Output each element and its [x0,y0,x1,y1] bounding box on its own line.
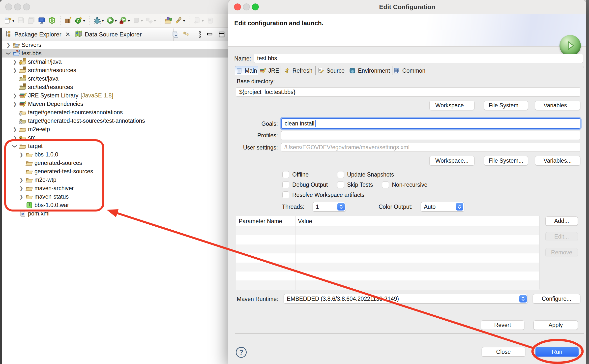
chevron-down-icon[interactable]: ❯ [12,143,18,149]
checkbox-offline[interactable]: Offline [282,171,309,178]
add-button[interactable]: Add... [545,216,578,226]
variables-button-1[interactable]: Variables... [535,101,580,110]
run-button[interactable]: ▾ [106,16,117,26]
configure-button[interactable]: Configure... [533,294,580,303]
chevron-right-icon[interactable]: ❯ [19,177,24,183]
tab-source[interactable]: Source [316,66,347,75]
tree-item-label: Servers [22,42,41,48]
chevron-right-icon[interactable]: ❯ [19,152,24,157]
maximize-view-icon[interactable] [217,30,226,39]
tab-main[interactable]: Main [235,66,258,75]
checkbox-box[interactable] [337,181,344,188]
table-row[interactable] [236,263,539,272]
dropdown-caret-icon[interactable]: ▾ [102,19,104,23]
minimize-view-icon[interactable] [205,30,214,39]
debug-button[interactable]: ▾ [93,16,104,26]
checkbox-label: Update Snapshots [347,171,394,178]
name-value: test.bbs [257,55,277,62]
checkbox-box[interactable] [282,171,289,178]
dialog-title: Edit Configuration [228,0,586,14]
checkbox-resolve-workspace-artifacts[interactable]: Resolve Workspace artifacts [282,191,364,198]
tab-package-explorer[interactable]: Package Explorer ✕ [4,28,70,41]
chevron-right-icon[interactable]: ❯ [12,126,18,132]
open-resource-button[interactable] [164,16,172,26]
spring-boot-button[interactable] [48,16,56,26]
remove-button[interactable]: Remove [545,248,578,257]
tab-jre[interactable]: JRE [258,66,281,75]
revert-button[interactable]: Revert [481,320,524,330]
threads-select[interactable]: 1 [313,202,346,212]
table-row[interactable] [236,253,539,262]
chevron-right-icon[interactable]: ❯ [12,101,18,107]
table-row[interactable] [236,280,539,289]
new-wizard-button[interactable]: ▾ [4,16,14,26]
war-file [26,201,33,209]
dropdown-caret-icon[interactable]: ▾ [83,19,85,23]
file-system-button-1[interactable]: File System... [484,101,528,110]
column-value[interactable]: Value [295,216,395,226]
variables-button-2[interactable]: Variables... [535,156,580,165]
edit-button[interactable]: Edit... [545,232,578,241]
dropdown-caret-icon[interactable]: ▾ [12,19,14,23]
tab-common[interactable]: Common [392,66,427,75]
tree-item-label: bbs-1.0.0.war [34,202,69,209]
checkbox-update-snapshots[interactable]: Update Snapshots [337,171,394,178]
chevron-right-icon[interactable]: ❯ [6,42,11,48]
chevron-right-icon[interactable]: ❯ [19,185,24,191]
table-row[interactable] [236,226,539,235]
link-with-editor-icon[interactable] [181,30,190,39]
checkbox-box[interactable] [282,191,289,198]
external-tools-button[interactable]: ▾ [119,16,130,26]
checkbox-skip-tests[interactable]: Skip Tests [337,181,373,188]
checkbox-box[interactable] [382,181,389,188]
checkbox-non-recursive[interactable]: Non-recursive [382,181,427,188]
tab-environment[interactable]: Environment [347,66,392,75]
parameter-table-header: Parameter Name Value [236,216,539,226]
dropdown-caret-icon[interactable]: ▾ [183,19,185,23]
table-row[interactable] [236,235,539,244]
close-tab-icon[interactable]: ✕ [65,31,70,38]
chevron-right-icon[interactable]: ❯ [12,93,18,98]
run-button[interactable]: Run [535,347,579,357]
dropdown-caret-icon[interactable]: ▾ [115,19,117,23]
tab-data-source-explorer[interactable]: Data Source Explorer [75,28,142,41]
chevron-right-icon[interactable]: ❯ [12,59,18,65]
goals-input[interactable]: clean install [281,118,580,129]
base-directory-input[interactable]: ${project_loc:test.bbs} [236,87,580,97]
help-icon[interactable]: ? [236,347,247,358]
chevron-down-icon[interactable]: ❯ [6,51,11,56]
search-icon [175,16,182,25]
color-output-select[interactable]: Auto [421,202,464,212]
file-system-button-2[interactable]: File System... [484,156,528,165]
tab-label: Environment [358,67,390,74]
close-window-button[interactable] [5,3,12,10]
collapse-all-icon[interactable] [171,30,180,39]
new-package-button[interactable] [64,16,72,26]
profiles-input[interactable] [281,131,580,140]
console-button[interactable] [38,16,46,26]
search-button[interactable]: ▾ [175,16,185,26]
close-button[interactable]: Close [482,347,525,357]
parameter-table: Parameter Name Value [236,216,539,289]
checkbox-box[interactable] [337,171,344,178]
view-menu-icon[interactable] [195,30,204,39]
table-row[interactable] [236,244,539,253]
minimize-window-button[interactable] [14,3,21,10]
dropdown-caret-icon[interactable]: ▾ [128,19,130,23]
user-settings-input[interactable]: /Users/EGOVDEV/egovframe/maven/settings.… [281,143,580,152]
chevron-right-icon[interactable]: ❯ [12,67,18,73]
chevron-right-icon[interactable]: ❯ [19,194,24,200]
column-parameter-name[interactable]: Parameter Name [236,218,295,225]
table-row[interactable] [236,272,539,280]
apply-button[interactable]: Apply [533,320,578,330]
workspace-button-1[interactable]: Workspace... [429,101,474,110]
checkbox-debug-output[interactable]: Debug Output [282,181,328,188]
zoom-window-button[interactable] [23,3,30,10]
workspace-button-2[interactable]: Workspace... [429,156,474,165]
tab-refresh[interactable]: Refresh [281,66,316,75]
maven-runtime-select[interactable]: EMBEDDED (3.8.6/3.8.604.20221130-2149) [284,294,528,303]
checkbox-box[interactable] [282,181,289,188]
new-class-button[interactable]: C▾ [75,16,85,26]
chevron-right-icon[interactable]: ❯ [12,135,18,141]
name-input[interactable]: test.bbs [254,54,583,63]
